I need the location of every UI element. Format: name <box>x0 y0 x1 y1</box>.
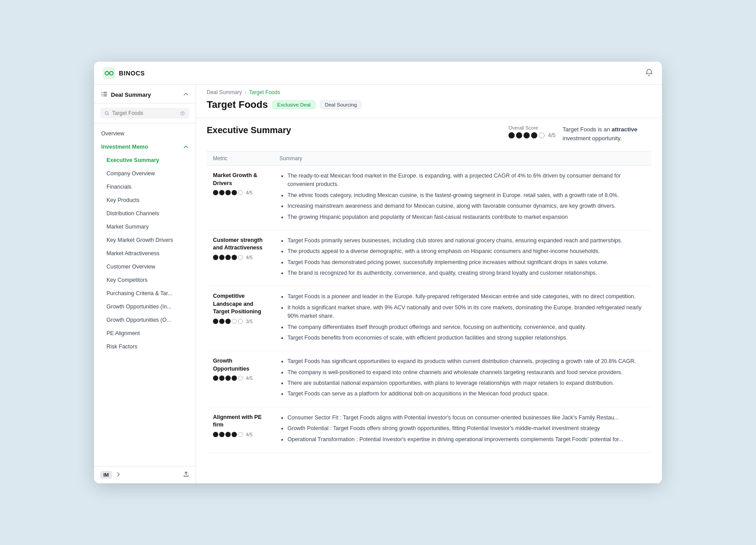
metric-dot <box>232 432 237 437</box>
metric-cell: Competitive Landscape and Target Positio… <box>207 286 273 351</box>
metric-score-dots: 4/5 <box>213 190 267 195</box>
metric-score-label: 4/5 <box>246 255 252 260</box>
metric-dot <box>219 255 224 260</box>
sidebar-item-purchasing-criteria[interactable]: Purchasing Criteria & Tar... <box>94 287 196 300</box>
footer-export-icon[interactable] <box>183 471 189 479</box>
sidebar-item-distribution-channels[interactable]: Distribution Channels <box>94 207 196 220</box>
breadcrumb-parent[interactable]: Deal Summary <box>207 89 242 95</box>
summary-bullet: Growth Potential : Target Foods offers s… <box>287 424 645 433</box>
badge-exclusive-deal: Exclusive Deal <box>272 100 315 109</box>
summary-cell: Target Foods has significant opportuniti… <box>273 351 651 407</box>
summary-bullet: Target Foods has significant opportuniti… <box>287 357 645 366</box>
metric-dot <box>213 375 218 381</box>
sidebar-item-executive-summary[interactable]: Executive Summary <box>94 154 196 167</box>
summary-bullet: Target Foods has demonstrated pricing po… <box>287 258 645 267</box>
summary-bullet: The ethnic foods category, including Mex… <box>287 191 645 200</box>
metric-score-dots: 4/5 <box>213 375 267 381</box>
metric-dot <box>232 190 237 195</box>
summary-area: Executive Summary Overall Score 4/5 <box>196 118 662 460</box>
summary-bullet: The ready-to-eat Mexican food market in … <box>287 172 645 189</box>
score-description: Target Foods is an attractive investment… <box>563 125 651 142</box>
score-dot-5 <box>539 132 545 138</box>
sidebar-item-company-overview[interactable]: Company Overview <box>94 167 196 180</box>
svg-rect-5 <box>103 92 107 93</box>
sidebar-section-title[interactable]: Deal Summary <box>101 91 189 99</box>
summary-bullet: The company differentiates itself throug… <box>287 323 645 332</box>
summary-bullet: The growing Hispanic population and popu… <box>287 213 645 221</box>
score-dot-2 <box>516 132 522 138</box>
svg-rect-3 <box>108 73 110 74</box>
section-heading: Executive Summary <box>207 125 291 135</box>
metric-name: Competitive Landscape and Target Positio… <box>213 292 267 316</box>
logo-area: BINOCS <box>103 67 192 79</box>
metric-cell: Market Growth & Drivers4/5 <box>207 166 273 230</box>
sidebar-item-overview[interactable]: Overview <box>94 127 196 140</box>
sidebar-item-risk-factors[interactable]: Risk Factors <box>94 340 196 353</box>
sidebar-chevron-up-icon[interactable] <box>183 91 189 98</box>
summary-bullet: Target Foods can serve as a platform for… <box>287 390 645 398</box>
metric-dot <box>225 432 231 437</box>
col-header-metric: Metric <box>207 152 273 166</box>
sidebar-item-market-attractiveness[interactable]: Market Attractiveness <box>94 247 196 260</box>
sidebar-footer: IM <box>94 466 196 483</box>
sidebar-item-key-products[interactable]: Key Products <box>94 194 196 207</box>
breadcrumb-current: Target Foods <box>249 89 280 95</box>
metric-name: Growth Opportunities <box>213 357 267 373</box>
overall-score-label: Overall Score <box>508 125 555 130</box>
search-input[interactable] <box>112 110 178 116</box>
metric-score-label: 4/5 <box>246 190 252 195</box>
metric-dot <box>219 432 224 437</box>
sidebar-item-growth-opportunities-in[interactable]: Growth Opportunities (In... <box>94 300 196 313</box>
sidebar-item-pe-alignment[interactable]: PE Alignment <box>94 327 196 340</box>
score-area: Overall Score 4/5 Target Food <box>508 125 651 142</box>
sidebar-item-growth-opportunities-out[interactable]: Growth Opportunities (O... <box>94 313 196 327</box>
metric-dot <box>238 319 243 324</box>
metric-dot <box>219 375 224 381</box>
footer-im-badge: IM <box>100 471 112 479</box>
metric-score-dots: 3/5 <box>213 319 267 324</box>
breadcrumb-separator: › <box>244 89 246 95</box>
metric-cell: Customer strength and Attractiveness4/5 <box>207 230 273 286</box>
summary-cell: The ready-to-eat Mexican food market in … <box>273 166 651 230</box>
sidebar-item-key-market-growth-drivers[interactable]: Key Market Growth Drivers <box>94 233 196 247</box>
metric-dot <box>213 432 218 437</box>
topbar: BINOCS <box>94 62 662 85</box>
metric-dot <box>225 190 231 195</box>
metric-dot <box>213 319 218 324</box>
table-row: Customer strength and Attractiveness4/5T… <box>207 230 651 286</box>
sidebar-deal-summary-label: Deal Summary <box>111 91 151 98</box>
summary-bullet: Operational Transformation : Potential I… <box>287 435 645 444</box>
binocs-logo-icon <box>103 67 115 79</box>
sidebar-header: Deal Summary <box>94 85 196 103</box>
search-right-icon[interactable] <box>180 111 185 116</box>
metric-name: Customer strength and Attractiveness <box>213 237 267 252</box>
sidebar-item-financials[interactable]: Financials <box>94 180 196 194</box>
summary-bullet: Increasing mainstream awareness and dema… <box>287 202 645 210</box>
metric-dot <box>238 432 243 437</box>
metric-cell: Growth Opportunities4/5 <box>207 351 273 407</box>
score-number: 4/5 <box>548 132 555 138</box>
metric-dot <box>219 190 224 195</box>
summary-bullet: Target Foods is a pioneer and leader in … <box>287 292 645 301</box>
summary-cell: Target Foods primarily serves businesses… <box>273 230 651 286</box>
metric-dot <box>238 255 243 260</box>
overall-score-dots: 4/5 <box>508 132 555 138</box>
score-dot-1 <box>508 132 515 138</box>
sidebar-nav: Overview Investment Memo Executive Summa… <box>94 123 196 466</box>
score-dot-3 <box>524 132 530 138</box>
summary-bullet: The brand is recognized for its authenti… <box>287 269 645 277</box>
col-header-summary: Summary <box>273 152 651 166</box>
sidebar-item-investment-memo[interactable]: Investment Memo <box>94 140 196 154</box>
metric-dot <box>225 319 231 324</box>
footer-chevron-right-icon[interactable] <box>115 471 122 479</box>
sidebar-item-customer-overview[interactable]: Customer Overview <box>94 260 196 273</box>
sidebar-item-key-competitors[interactable]: Key Competitors <box>94 273 196 287</box>
sidebar-item-market-summary[interactable]: Market Summary <box>94 220 196 233</box>
page-header: Target Foods Exclusive Deal Deal Sourcin… <box>196 95 662 118</box>
metric-score-label: 4/5 <box>246 375 252 381</box>
metric-dot <box>232 319 237 324</box>
notification-bell-icon[interactable] <box>645 68 653 78</box>
sidebar-search-field-wrapper[interactable] <box>100 108 189 118</box>
svg-rect-7 <box>103 94 107 95</box>
svg-rect-9 <box>103 95 107 96</box>
